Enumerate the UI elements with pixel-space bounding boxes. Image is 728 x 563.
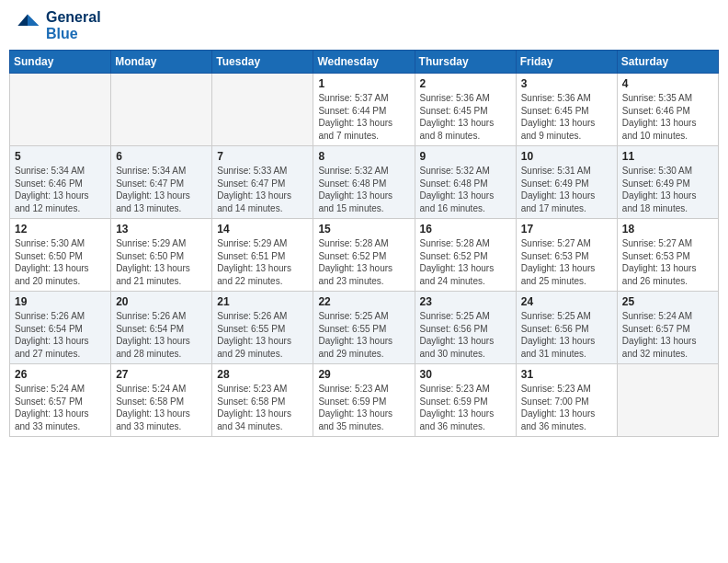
calendar-week-1: 1Sunrise: 5:37 AM Sunset: 6:44 PM Daylig… — [10, 74, 719, 146]
day-number: 29 — [318, 368, 409, 381]
day-number: 24 — [521, 295, 612, 308]
calendar-cell: 29Sunrise: 5:23 AM Sunset: 6:59 PM Dayli… — [313, 364, 415, 437]
calendar-week-2: 5Sunrise: 5:34 AM Sunset: 6:46 PM Daylig… — [10, 146, 719, 219]
weekday-header-tuesday: Tuesday — [212, 51, 313, 74]
day-info: Sunrise: 5:30 AM Sunset: 6:50 PM Dayligh… — [15, 237, 106, 287]
logo-icon — [13, 11, 42, 40]
weekday-header-monday: Monday — [111, 51, 212, 74]
calendar-cell: 3Sunrise: 5:36 AM Sunset: 6:45 PM Daylig… — [516, 74, 617, 146]
day-number: 8 — [318, 150, 409, 163]
day-number: 22 — [318, 295, 409, 308]
calendar-cell — [111, 74, 212, 146]
svg-marker-1 — [17, 15, 28, 26]
day-info: Sunrise: 5:30 AM Sunset: 6:49 PM Dayligh… — [622, 165, 713, 214]
calendar-cell: 4Sunrise: 5:35 AM Sunset: 6:46 PM Daylig… — [617, 74, 718, 146]
calendar-cell: 1Sunrise: 5:37 AM Sunset: 6:44 PM Daylig… — [313, 74, 415, 146]
day-info: Sunrise: 5:28 AM Sunset: 6:52 PM Dayligh… — [420, 237, 511, 287]
logo-text: General Blue — [46, 9, 101, 42]
weekday-header-sunday: Sunday — [10, 51, 111, 74]
calendar-cell: 8Sunrise: 5:32 AM Sunset: 6:48 PM Daylig… — [313, 146, 415, 219]
calendar-cell: 6Sunrise: 5:34 AM Sunset: 6:47 PM Daylig… — [111, 146, 212, 219]
day-number: 18 — [622, 223, 713, 236]
weekday-header-thursday: Thursday — [415, 51, 516, 74]
day-number: 10 — [521, 150, 612, 163]
weekday-header-wednesday: Wednesday — [313, 51, 415, 74]
day-info: Sunrise: 5:25 AM Sunset: 6:56 PM Dayligh… — [521, 310, 612, 360]
calendar-cell — [617, 364, 718, 437]
day-info: Sunrise: 5:32 AM Sunset: 6:48 PM Dayligh… — [420, 165, 511, 214]
calendar-cell: 15Sunrise: 5:28 AM Sunset: 6:52 PM Dayli… — [313, 219, 415, 292]
day-info: Sunrise: 5:32 AM Sunset: 6:48 PM Dayligh… — [318, 165, 409, 214]
day-info: Sunrise: 5:36 AM Sunset: 6:45 PM Dayligh… — [521, 92, 612, 142]
day-number: 31 — [521, 368, 612, 381]
day-number: 1 — [318, 77, 409, 90]
weekday-header-row: SundayMondayTuesdayWednesdayThursdayFrid… — [10, 51, 719, 74]
day-number: 26 — [15, 368, 106, 381]
day-info: Sunrise: 5:35 AM Sunset: 6:46 PM Dayligh… — [622, 92, 713, 142]
day-info: Sunrise: 5:31 AM Sunset: 6:49 PM Dayligh… — [521, 165, 612, 214]
day-number: 30 — [420, 368, 511, 381]
day-number: 2 — [420, 77, 511, 90]
calendar-week-4: 19Sunrise: 5:26 AM Sunset: 6:54 PM Dayli… — [10, 292, 719, 364]
day-number: 28 — [217, 368, 308, 381]
day-info: Sunrise: 5:23 AM Sunset: 6:59 PM Dayligh… — [420, 383, 511, 432]
day-info: Sunrise: 5:26 AM Sunset: 6:55 PM Dayligh… — [217, 310, 308, 360]
svg-marker-0 — [28, 15, 39, 26]
day-number: 19 — [15, 295, 106, 308]
calendar-week-3: 12Sunrise: 5:30 AM Sunset: 6:50 PM Dayli… — [10, 219, 719, 292]
calendar-cell: 5Sunrise: 5:34 AM Sunset: 6:46 PM Daylig… — [10, 146, 111, 219]
day-number: 27 — [116, 368, 207, 381]
day-number: 25 — [622, 295, 713, 308]
day-info: Sunrise: 5:23 AM Sunset: 6:59 PM Dayligh… — [318, 383, 409, 432]
day-info: Sunrise: 5:34 AM Sunset: 6:47 PM Dayligh… — [116, 165, 207, 214]
calendar-table: SundayMondayTuesdayWednesdayThursdayFrid… — [9, 50, 719, 437]
day-number: 21 — [217, 295, 308, 308]
day-info: Sunrise: 5:26 AM Sunset: 6:54 PM Dayligh… — [116, 310, 207, 360]
day-info: Sunrise: 5:23 AM Sunset: 7:00 PM Dayligh… — [521, 383, 612, 432]
calendar-cell: 27Sunrise: 5:24 AM Sunset: 6:58 PM Dayli… — [111, 364, 212, 437]
day-info: Sunrise: 5:27 AM Sunset: 6:53 PM Dayligh… — [521, 237, 612, 287]
day-info: Sunrise: 5:36 AM Sunset: 6:45 PM Dayligh… — [420, 92, 511, 142]
calendar-cell: 25Sunrise: 5:24 AM Sunset: 6:57 PM Dayli… — [617, 292, 718, 364]
calendar-cell: 10Sunrise: 5:31 AM Sunset: 6:49 PM Dayli… — [516, 146, 617, 219]
calendar-cell: 2Sunrise: 5:36 AM Sunset: 6:45 PM Daylig… — [415, 74, 516, 146]
day-number: 4 — [622, 77, 713, 90]
calendar-cell: 20Sunrise: 5:26 AM Sunset: 6:54 PM Dayli… — [111, 292, 212, 364]
calendar-cell: 31Sunrise: 5:23 AM Sunset: 7:00 PM Dayli… — [516, 364, 617, 437]
weekday-header-saturday: Saturday — [617, 51, 718, 74]
day-info: Sunrise: 5:25 AM Sunset: 6:55 PM Dayligh… — [318, 310, 409, 360]
calendar-body: 1Sunrise: 5:37 AM Sunset: 6:44 PM Daylig… — [10, 74, 719, 437]
calendar-cell: 28Sunrise: 5:23 AM Sunset: 6:58 PM Dayli… — [212, 364, 313, 437]
day-info: Sunrise: 5:25 AM Sunset: 6:56 PM Dayligh… — [420, 310, 511, 360]
day-info: Sunrise: 5:34 AM Sunset: 6:46 PM Dayligh… — [15, 165, 106, 214]
day-info: Sunrise: 5:29 AM Sunset: 6:50 PM Dayligh… — [116, 237, 207, 287]
day-info: Sunrise: 5:24 AM Sunset: 6:58 PM Dayligh… — [116, 383, 207, 432]
day-number: 12 — [15, 223, 106, 236]
calendar-cell: 16Sunrise: 5:28 AM Sunset: 6:52 PM Dayli… — [415, 219, 516, 292]
calendar-cell: 7Sunrise: 5:33 AM Sunset: 6:47 PM Daylig… — [212, 146, 313, 219]
logo: General Blue — [13, 9, 101, 42]
calendar-cell: 22Sunrise: 5:25 AM Sunset: 6:55 PM Dayli… — [313, 292, 415, 364]
calendar-cell: 21Sunrise: 5:26 AM Sunset: 6:55 PM Dayli… — [212, 292, 313, 364]
day-number: 13 — [116, 223, 207, 236]
calendar-cell: 9Sunrise: 5:32 AM Sunset: 6:48 PM Daylig… — [415, 146, 516, 219]
day-info: Sunrise: 5:26 AM Sunset: 6:54 PM Dayligh… — [15, 310, 106, 360]
day-number: 6 — [116, 150, 207, 163]
calendar-cell: 11Sunrise: 5:30 AM Sunset: 6:49 PM Dayli… — [617, 146, 718, 219]
day-info: Sunrise: 5:28 AM Sunset: 6:52 PM Dayligh… — [318, 237, 409, 287]
calendar-cell — [10, 74, 111, 146]
day-info: Sunrise: 5:37 AM Sunset: 6:44 PM Dayligh… — [318, 92, 409, 142]
day-info: Sunrise: 5:24 AM Sunset: 6:57 PM Dayligh… — [622, 310, 713, 360]
day-number: 20 — [116, 295, 207, 308]
day-info: Sunrise: 5:27 AM Sunset: 6:53 PM Dayligh… — [622, 237, 713, 287]
day-info: Sunrise: 5:23 AM Sunset: 6:58 PM Dayligh… — [217, 383, 308, 432]
calendar-cell: 12Sunrise: 5:30 AM Sunset: 6:50 PM Dayli… — [10, 219, 111, 292]
day-number: 11 — [622, 150, 713, 163]
day-number: 16 — [420, 223, 511, 236]
calendar-cell: 14Sunrise: 5:29 AM Sunset: 6:51 PM Dayli… — [212, 219, 313, 292]
calendar-week-5: 26Sunrise: 5:24 AM Sunset: 6:57 PM Dayli… — [10, 364, 719, 437]
day-info: Sunrise: 5:24 AM Sunset: 6:57 PM Dayligh… — [15, 383, 106, 432]
calendar-cell: 23Sunrise: 5:25 AM Sunset: 6:56 PM Dayli… — [415, 292, 516, 364]
calendar-cell: 24Sunrise: 5:25 AM Sunset: 6:56 PM Dayli… — [516, 292, 617, 364]
calendar-cell: 13Sunrise: 5:29 AM Sunset: 6:50 PM Dayli… — [111, 219, 212, 292]
